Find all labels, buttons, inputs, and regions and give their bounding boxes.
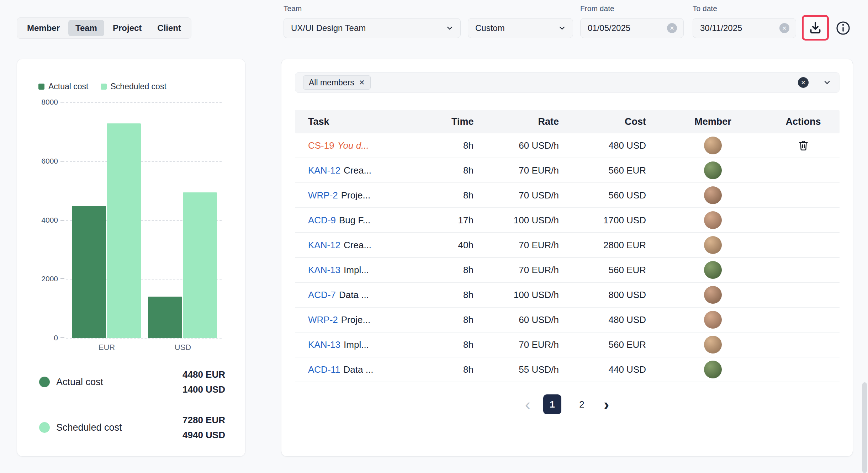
clear-to-date-icon[interactable]: ✕ — [779, 23, 789, 33]
team-select[interactable]: UX/UI Design Team — [284, 18, 461, 38]
table-row[interactable]: KAN-12Crea... 40h 70 EUR/h 2800 EUR — [295, 233, 840, 258]
scheduled-cost-summary: Scheduled cost 7280 EUR 4940 USD — [39, 413, 225, 442]
from-date-input[interactable]: 01/05/2025 ✕ — [580, 18, 684, 38]
prev-page-button[interactable]: ‹ — [524, 396, 532, 413]
member-avatar[interactable] — [704, 261, 722, 279]
download-icon — [808, 21, 822, 35]
task-cell: KAN-13Impl... — [295, 339, 451, 350]
actual-usd-value: 1400 USD — [182, 382, 225, 397]
y-axis-tick: 2000 — [41, 275, 66, 283]
column-header-actions: Actions — [766, 116, 840, 127]
info-icon — [835, 20, 851, 36]
x-axis-label-eur: EUR — [99, 343, 115, 352]
task-link[interactable]: KAN-12 — [308, 240, 340, 250]
bar-actual-cost-usd — [148, 297, 182, 338]
member-avatar[interactable] — [704, 336, 722, 354]
cost-table: TaskTimeRateCostMemberActions CS-19You d… — [295, 110, 840, 382]
time-cell: 8h — [451, 165, 476, 176]
task-cell: KAN-12Crea... — [295, 165, 451, 176]
legend-label: Scheduled cost — [111, 82, 166, 91]
table-row[interactable]: KAN-13Impl... 8h 70 EUR/h 560 EUR — [295, 258, 840, 283]
tab-client[interactable]: Client — [150, 20, 188, 36]
pagination: ‹12› — [281, 394, 853, 415]
task-title: Data ... — [344, 364, 374, 375]
member-cell — [649, 137, 766, 154]
all-members-chip[interactable]: All members ✕ — [303, 75, 371, 90]
date-range-select[interactable]: Custom — [468, 18, 573, 38]
tab-team[interactable]: Team — [68, 20, 104, 36]
rate-cell: 70 EUR/h — [476, 165, 562, 176]
table-row[interactable]: WRP-2Proje... 8h 70 USD/h 560 USD — [295, 183, 840, 208]
task-link[interactable]: ACD-9 — [308, 215, 336, 225]
member-avatar[interactable] — [704, 311, 722, 329]
rate-cell: 70 EUR/h — [476, 240, 562, 251]
task-cell: ACD-7Data ... — [295, 289, 451, 301]
scheduled-usd-value: 4940 USD — [182, 427, 225, 442]
from-date-label: From date — [580, 4, 614, 13]
x-axis-label-usd: USD — [175, 343, 191, 352]
task-cell: ACD-9Bug F... — [295, 215, 451, 226]
task-link[interactable]: ACD-7 — [308, 289, 336, 300]
remove-chip-icon[interactable]: ✕ — [359, 78, 365, 87]
task-link[interactable]: WRP-2 — [308, 190, 338, 201]
task-title: Impl... — [344, 265, 369, 275]
legend-item-actual-cost: Actual cost — [38, 82, 89, 91]
to-date-input[interactable]: 30/11/2025 ✕ — [693, 18, 796, 38]
member-avatar[interactable] — [704, 137, 722, 154]
member-avatar[interactable] — [704, 161, 722, 179]
clear-filter-icon[interactable]: ✕ — [798, 77, 809, 88]
actual-cost-values: 4480 EUR 1400 USD — [182, 367, 225, 397]
actions-cell — [766, 140, 840, 152]
trash-icon[interactable] — [798, 140, 809, 152]
member-avatar[interactable] — [704, 361, 722, 378]
bar-chart: 02000400060008000EURUSD — [66, 102, 222, 338]
table-row[interactable]: KAN-13Impl... 8h 70 EUR/h 560 EUR — [295, 333, 840, 357]
task-cell: ACD-11Data ... — [295, 364, 451, 375]
task-title: Proje... — [341, 314, 370, 325]
member-cell — [649, 336, 766, 354]
y-axis-tick: 6000 — [41, 157, 66, 165]
member-avatar[interactable] — [704, 186, 722, 204]
task-link[interactable]: WRP-2 — [308, 314, 338, 325]
table-row[interactable]: CS-19You d... 8h 60 USD/h 480 USD — [295, 133, 840, 158]
date-range-value: Custom — [475, 23, 505, 33]
tab-member[interactable]: Member — [20, 20, 67, 36]
task-link[interactable]: KAN-13 — [308, 339, 340, 350]
table-row[interactable]: WRP-2Proje... 8h 60 USD/h 480 USD — [295, 308, 840, 333]
task-title: Data ... — [339, 289, 369, 300]
rate-cell: 70 EUR/h — [476, 339, 562, 350]
download-highlight-annotation — [802, 15, 829, 41]
chevron-down-icon[interactable] — [823, 78, 831, 87]
table-row[interactable]: ACD-9Bug F... 17h 100 USD/h 1700 USD — [295, 208, 840, 233]
column-header-task: Task — [295, 116, 451, 127]
tab-project[interactable]: Project — [106, 20, 149, 36]
clear-from-date-icon[interactable]: ✕ — [667, 23, 677, 33]
next-page-button[interactable]: › — [602, 396, 610, 413]
member-cell — [649, 286, 766, 304]
team-filter-label: Team — [284, 4, 302, 13]
members-filter-bar[interactable]: All members ✕ ✕ — [295, 72, 840, 93]
table-row[interactable]: KAN-12Crea... 8h 70 EUR/h 560 EUR — [295, 158, 840, 183]
cost-chart-card: Actual costScheduled cost 02000400060008… — [17, 59, 245, 457]
page-1-button[interactable]: 1 — [543, 394, 561, 414]
bar-scheduled-cost-eur — [107, 123, 141, 338]
member-avatar[interactable] — [704, 211, 722, 229]
actual-cost-summary: Actual cost 4480 EUR 1400 USD — [39, 367, 225, 397]
info-button[interactable] — [835, 20, 851, 36]
table-row[interactable]: ACD-11Data ... 8h 55 USD/h 440 USD — [295, 357, 840, 382]
table-row[interactable]: ACD-7Data ... 8h 100 USD/h 800 USD — [295, 283, 840, 308]
legend-swatch — [38, 84, 44, 90]
member-avatar[interactable] — [704, 286, 722, 304]
rate-cell: 70 USD/h — [476, 190, 562, 201]
actual-cost-label: Actual cost — [56, 377, 103, 388]
page-2-button[interactable]: 2 — [573, 394, 591, 414]
task-link[interactable]: KAN-12 — [308, 165, 340, 176]
task-link[interactable]: KAN-13 — [308, 265, 340, 275]
member-avatar[interactable] — [704, 236, 722, 254]
download-button[interactable] — [808, 21, 822, 35]
task-link[interactable]: CS-19 — [308, 140, 334, 151]
scrollbar[interactable] — [862, 382, 867, 473]
cost-cell: 2800 EUR — [562, 240, 649, 251]
task-title: Crea... — [344, 240, 371, 250]
task-link[interactable]: ACD-11 — [308, 364, 340, 375]
